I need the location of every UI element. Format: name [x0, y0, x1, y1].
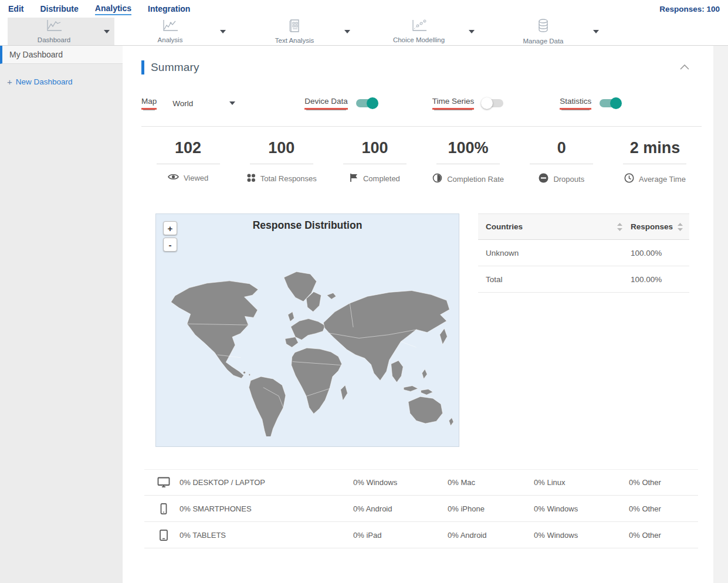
chevron-down-icon[interactable] [469, 30, 475, 33]
toggle-knob [610, 97, 622, 109]
device-stat: 0% Linux [534, 478, 629, 487]
section-title: Summary [151, 61, 199, 74]
device-stat: 0% Windows [534, 504, 629, 513]
time-series-toggle[interactable] [482, 99, 503, 107]
device-row-smartphones: 0% SMARTPHONES 0% Android 0% iPhone 0% W… [144, 496, 698, 522]
divider [530, 164, 593, 164]
toolbar-item-label: Dashboard [38, 36, 70, 43]
smartphone-icon [157, 503, 170, 514]
nav-analytics[interactable]: Analytics [95, 2, 131, 15]
stats-row: 102 Viewed 100 Total Responses [141, 139, 702, 185]
eye-icon [168, 173, 184, 182]
stat-value: 2 mins [608, 139, 702, 157]
stat-completion-rate: 100% Completion Rate [422, 139, 515, 185]
nav-edit[interactable]: Edit [8, 3, 23, 15]
device-stat: 0% Other [629, 504, 698, 513]
chevron-down-icon[interactable] [104, 30, 110, 33]
stat-completed: 100 Completed [328, 139, 421, 185]
stat-total-responses: 100 Total Responses [235, 139, 328, 185]
device-stat: 0% iPad [353, 531, 448, 540]
divider [343, 164, 407, 164]
device-data-table: 0% DESKTOP / LAPTOP 0% Windows 0% Mac 0%… [144, 469, 698, 548]
divider [436, 164, 500, 164]
desktop-icon [157, 477, 170, 488]
map-region-select[interactable]: World [172, 99, 235, 108]
countries-table: Countries Responses Unknown 100.00% T [478, 213, 689, 447]
chevron-down-icon[interactable] [593, 30, 599, 33]
map-zoom-in-button[interactable]: + [163, 221, 177, 235]
minus-circle-icon [539, 173, 553, 185]
time-series-label: Time Series [432, 97, 475, 110]
device-stat: 0% Windows [353, 478, 448, 487]
document-grid-icon [287, 19, 302, 35]
toolbar-item-analysis[interactable]: Analysis [124, 18, 231, 45]
table-row: Total 100.00% [478, 266, 689, 293]
sort-icon[interactable] [678, 223, 683, 231]
plus-icon: + [7, 77, 12, 87]
toolbar-item-label: Choice Modelling [393, 36, 445, 43]
countries-table-header: Countries Responses [478, 213, 689, 240]
analytics-toolbar: Dashboard Analysis Text Analysis Choice … [0, 18, 728, 46]
device-data-toggle[interactable] [356, 99, 377, 107]
device-label: 0% DESKTOP / LAPTOP [180, 478, 265, 487]
stat-label: Total Responses [260, 174, 317, 183]
half-circle-icon [432, 173, 447, 185]
map-label: Map [141, 97, 157, 110]
toggle-knob [481, 97, 493, 109]
stat-label: Average Time [639, 175, 686, 184]
divider [157, 164, 220, 164]
responses-count: Responses: 100 [659, 5, 720, 13]
stat-average-time: 2 mins Average Time [608, 139, 702, 185]
stat-value: 0 [515, 139, 608, 157]
nav-integration[interactable]: Integration [148, 3, 190, 15]
database-icon [536, 18, 551, 36]
stat-label: Completed [363, 174, 400, 183]
device-stat: 0% Other [629, 478, 698, 487]
map-zoom-out-button[interactable]: - [163, 238, 177, 252]
toolbar-item-label: Analysis [158, 36, 183, 43]
toolbar-item-text-analysis[interactable]: Text Analysis [248, 18, 355, 45]
nav-distribute[interactable]: Distribute [40, 3, 78, 15]
device-stat: 0% Other [629, 531, 698, 540]
sidebar-item-label: My Dashboard [9, 50, 63, 59]
divider [623, 164, 686, 164]
country-responses: 100.00% [631, 249, 685, 257]
table-row: Unknown 100.00% [478, 240, 689, 266]
responses-column-header[interactable]: Responses [631, 222, 673, 231]
toolbar-item-choice-modelling[interactable]: Choice Modelling [373, 18, 479, 45]
toolbar-item-dashboard[interactable]: Dashboard [8, 18, 114, 45]
sidebar-item-my-dashboard[interactable]: My Dashboard [0, 46, 123, 64]
device-stat: 0% Android [448, 531, 534, 540]
toolbar-item-label: Manage Data [523, 38, 563, 45]
country-name: Total [486, 275, 622, 284]
device-stat: 0% Windows [534, 531, 629, 540]
dashboard-sidebar: My Dashboard + New Dashboard [0, 46, 123, 583]
statistics-toggle[interactable] [600, 99, 621, 107]
chevron-down-icon[interactable] [220, 30, 226, 33]
collapse-section-button[interactable] [679, 62, 690, 73]
tablet-icon [157, 530, 170, 541]
toolbar-item-manage-data[interactable]: Manage Data [497, 18, 604, 45]
clock-icon [624, 173, 639, 185]
device-label: 0% TABLETS [180, 531, 226, 540]
device-stat: 0% iPhone [448, 504, 534, 513]
device-row-desktop: 0% DESKTOP / LAPTOP 0% Windows 0% Mac 0%… [144, 469, 698, 496]
stat-viewed: 102 Viewed [141, 139, 235, 185]
chevron-down-icon[interactable] [344, 30, 350, 33]
device-stat: 0% Mac [448, 478, 534, 487]
line-chart-icon [161, 19, 179, 35]
divider [250, 164, 313, 164]
response-distribution-map[interactable]: Response Distribution + - [155, 213, 459, 447]
sort-icon[interactable] [617, 223, 622, 231]
line-chart-icon [45, 19, 63, 35]
country-name: Unknown [486, 249, 622, 257]
stat-dropouts: 0 Dropouts [515, 139, 608, 185]
new-dashboard-button[interactable]: + New Dashboard [7, 77, 123, 87]
world-map[interactable] [158, 253, 456, 436]
stat-value: 100 [235, 139, 328, 157]
stat-label: Dropouts [553, 175, 584, 184]
stat-label: Viewed [184, 174, 208, 182]
section-accent-bar [141, 60, 144, 74]
countries-column-header[interactable]: Countries [486, 222, 523, 231]
flag-icon [350, 173, 363, 184]
